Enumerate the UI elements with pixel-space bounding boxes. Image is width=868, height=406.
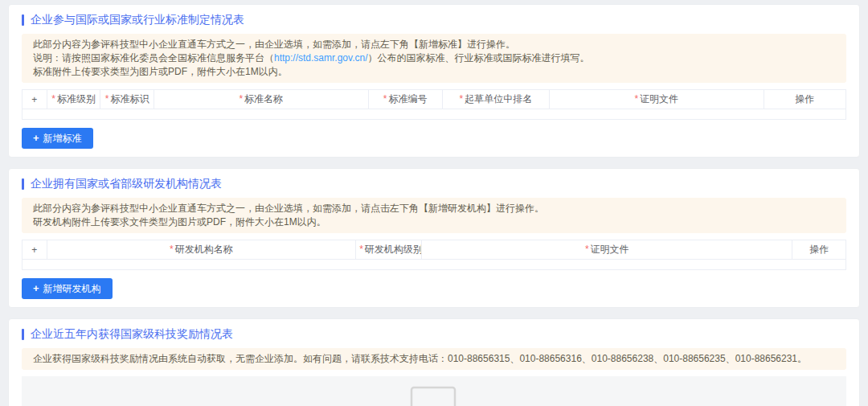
column-label: 标准标识 <box>111 93 149 105</box>
col-institution-level: *研发机构级别 <box>356 240 422 260</box>
col-proof-file: *证明文件 <box>550 90 764 109</box>
rnd-notice-box: 此部分内容为参评科技型中小企业直通车方式之一，由企业选填，如需添加，请点击左下角… <box>22 198 846 233</box>
empty-table-cell <box>23 109 846 120</box>
add-row-plus-icon[interactable]: + <box>23 240 47 260</box>
section-standards-title: 企业参与国际或国家或行业标准制定情况表 <box>22 13 846 27</box>
notice-text: ）公布的国家标准、行业标准或国际标准进行填写。 <box>368 52 590 64</box>
col-actions: 操作 <box>764 90 846 109</box>
empty-table-cell <box>23 260 846 270</box>
plus-icon: + <box>33 283 39 294</box>
column-label: 操作 <box>795 93 814 105</box>
col-actions: 操作 <box>792 240 846 260</box>
notice-line: 此部分内容为参评科技型中小企业直通车方式之一，由企业选填，如需添加，请点左下角【… <box>33 38 835 51</box>
standards-table-header-row: + *标准级别 *标准标识 *标准名称 *标准编号 *起草单位中排名 *证明文件… <box>23 90 846 109</box>
notice-text: 此部分内容为参评科技型中小企业直通车方式之一，由企业选填，如需添加，请点左下角【… <box>33 39 515 50</box>
standards-table: + *标准级别 *标准标识 *标准名称 *标准编号 *起草单位中排名 *证明文件… <box>22 89 846 120</box>
title-accent-bar-icon <box>22 178 24 190</box>
section-rnd-institutions-card: 企业拥有国家或省部级研发机构情况表 此部分内容为参评科技型中小企业直通车方式之一… <box>8 168 860 308</box>
col-standard-level: *标准级别 <box>47 90 100 109</box>
title-accent-bar-icon <box>22 329 24 340</box>
required-asterisk: * <box>460 93 464 105</box>
column-label: 操作 <box>809 244 829 255</box>
column-label: 标准名称 <box>244 93 283 105</box>
column-label: 研发机构名称 <box>175 244 233 255</box>
col-institution-name: *研发机构名称 <box>47 240 355 260</box>
standards-notice-box: 此部分内容为参评科技型中小企业直通车方式之一，由企业选填，如需添加，请点左下角【… <box>22 34 846 83</box>
plus-icon: + <box>33 133 39 144</box>
required-asterisk: * <box>383 93 387 105</box>
col-drafting-rank: *起草单位中排名 <box>442 90 549 109</box>
required-asterisk: * <box>51 93 55 105</box>
required-asterisk: * <box>634 93 638 105</box>
column-label: 起草单位中排名 <box>465 93 532 105</box>
title-accent-bar-icon <box>22 14 24 26</box>
std-platform-link[interactable]: http://std.samr.gov.cn/ <box>274 52 368 64</box>
awards-notice-box: 企业获得国家级科技奖励情况由系统自动获取，无需企业添加。如有问题，请联系技术支持… <box>22 348 846 370</box>
add-rnd-institution-button[interactable]: + 新增研发机构 <box>22 278 113 299</box>
notice-text: 标准附件上传要求类型为图片或PDF，附件大小在1M以内。 <box>33 66 288 77</box>
required-asterisk: * <box>585 244 589 255</box>
notice-text: 企业获得国家级科技奖励情况由系统自动获取，无需企业添加。如有问题，请联系技术支持… <box>33 353 807 364</box>
section-awards-title: 企业近五年内获得国家级科技奖励情况表 <box>22 327 846 342</box>
notice-text: 研发机构附件上传要求文件类型为图片或PDF，附件大小在1M以内。 <box>33 216 326 228</box>
required-asterisk: * <box>359 244 363 255</box>
column-label: 研发机构级别 <box>365 244 422 255</box>
empty-table-row <box>23 260 846 270</box>
add-row-plus-icon[interactable]: + <box>23 90 47 109</box>
col-standard-mark: *标准标识 <box>100 90 154 109</box>
notice-line: 此部分内容为参评科技型中小企业直通车方式之一，由企业选填，如需添加，请点击左下角… <box>33 202 835 215</box>
awards-empty-area <box>22 376 846 406</box>
col-standard-name: *标准名称 <box>154 90 369 109</box>
column-label: 标准编号 <box>388 93 427 105</box>
section-title-text: 企业近五年内获得国家级科技奖励情况表 <box>31 327 233 342</box>
col-proof-file: *证明文件 <box>422 240 792 260</box>
notice-line: 说明：请按照国家标准化委员会全国标准信息服务平台（http://std.samr… <box>33 51 835 65</box>
column-label: 证明文件 <box>640 93 678 105</box>
button-label: 新增研发机构 <box>43 283 101 294</box>
required-asterisk: * <box>239 93 243 105</box>
required-asterisk: * <box>105 93 109 105</box>
notice-text: 此部分内容为参评科技型中小企业直通车方式之一，由企业选填，如需添加，请点击左下角… <box>33 203 544 214</box>
empty-data-chart-icon <box>394 386 474 406</box>
section-title-text: 企业拥有国家或省部级研发机构情况表 <box>31 177 222 191</box>
section-title-text: 企业参与国际或国家或行业标准制定情况表 <box>31 13 244 27</box>
section-rnd-title: 企业拥有国家或省部级研发机构情况表 <box>22 177 846 191</box>
notice-text: 说明：请按照国家标准化委员会全国标准信息服务平台（ <box>33 52 274 64</box>
col-standard-number: *标准编号 <box>368 90 442 109</box>
required-asterisk: * <box>170 244 174 255</box>
notice-line: 研发机构附件上传要求文件类型为图片或PDF，附件大小在1M以内。 <box>33 215 835 229</box>
rnd-table-header-row: + *研发机构名称 *研发机构级别 *证明文件 操作 <box>23 240 846 260</box>
notice-line: 标准附件上传要求类型为图片或PDF，附件大小在1M以内。 <box>33 65 835 79</box>
column-label: 标准级别 <box>57 93 96 105</box>
notice-line: 企业获得国家级科技奖励情况由系统自动获取，无需企业添加。如有问题，请联系技术支持… <box>33 352 835 366</box>
column-label: 证明文件 <box>591 244 629 255</box>
section-awards-card: 企业近五年内获得国家级科技奖励情况表 企业获得国家级科技奖励情况由系统自动获取，… <box>8 318 860 406</box>
section-standards-card: 企业参与国际或国家或行业标准制定情况表 此部分内容为参评科技型中小企业直通车方式… <box>8 4 860 158</box>
button-label: 新增标准 <box>43 133 82 144</box>
add-standard-button[interactable]: + 新增标准 <box>22 128 93 149</box>
rnd-table: + *研发机构名称 *研发机构级别 *证明文件 操作 <box>22 240 846 270</box>
empty-table-row <box>23 109 846 120</box>
